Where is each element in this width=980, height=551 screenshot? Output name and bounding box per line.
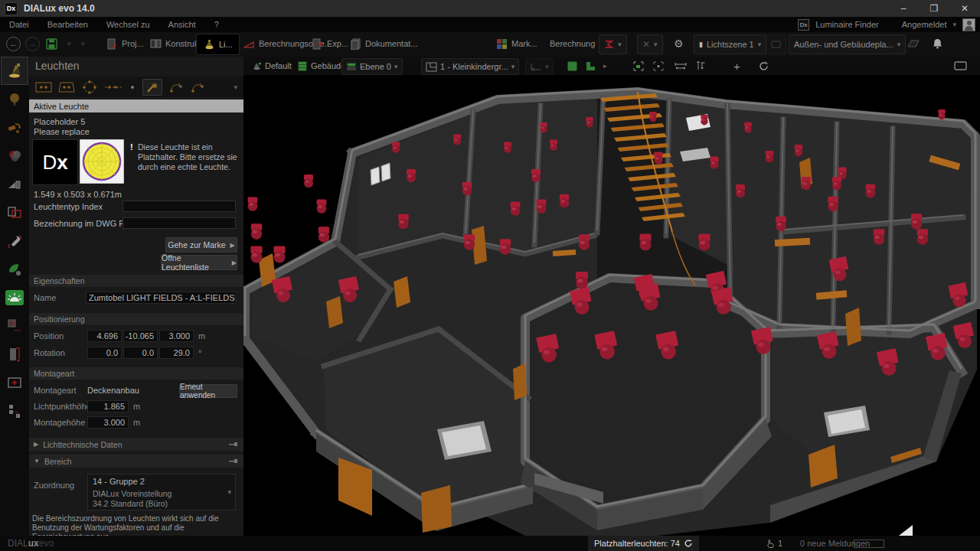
bell-icon [933, 38, 942, 49]
circle-arrangement-icon[interactable] [81, 80, 98, 95]
distribute-v-tool[interactable] [695, 57, 706, 75]
dimension-tool[interactable]: ▾ [525, 58, 554, 75]
menu-bearbeiten[interactable]: Bearbeiten [38, 17, 97, 32]
menu-ansicht[interactable]: Ansicht [159, 17, 205, 32]
tab-export[interactable]: Exp... [312, 32, 348, 55]
calculation-label: Berechnung [550, 32, 595, 55]
auto-arrangement-tool[interactable] [142, 79, 162, 96]
redo-dropdown[interactable]: ▾ [81, 32, 85, 55]
distribute-h-tool[interactable] [674, 57, 688, 75]
market-icon [496, 38, 508, 50]
select-point-tool[interactable] [652, 57, 665, 75]
structure-tool[interactable] [1, 396, 28, 425]
placeholder-hint: Please replace [34, 126, 90, 138]
notifications-button[interactable] [933, 32, 942, 55]
view-frame-tool[interactable] [1, 368, 28, 396]
field-arrangement-icon[interactable] [35, 81, 52, 93]
swap-icon[interactable] [168, 81, 184, 93]
pin-icon[interactable] [229, 442, 237, 447]
move-tool[interactable]: + [733, 57, 740, 75]
position-z-field[interactable]: 3.000 [159, 330, 194, 342]
position-x-field[interactable]: 4.696 [87, 330, 122, 342]
forward-button[interactable]: → [25, 32, 40, 55]
wand-icon [145, 81, 159, 93]
open-luminaire-list-button[interactable]: Öffne Leuchtenliste▶ [161, 255, 237, 270]
room-select[interactable]: 1 - Kleinkindergr... ▾ [421, 58, 519, 75]
default-icon [251, 61, 262, 71]
filter-rotate-icon [6, 119, 23, 136]
filter-tool[interactable] [1, 113, 28, 142]
save-button[interactable] [46, 32, 57, 55]
planning-scope-select[interactable]: Außen- und Gebäudepla... ▾ [789, 34, 906, 54]
light-scene-select[interactable]: ▮ Lichtszene 1 ▾ [694, 34, 766, 54]
menu-help[interactable]: ? [205, 17, 228, 32]
text-tool[interactable]: T [1, 311, 28, 340]
ramp-tool[interactable] [1, 170, 28, 198]
copy-tool[interactable] [1, 198, 28, 227]
tab-dokumentation[interactable]: Dokumentat... [351, 32, 417, 55]
restore-button[interactable]: ❐ [919, 0, 949, 17]
luminaires-tool[interactable] [1, 57, 28, 85]
undo-dropdown[interactable]: ▾ [67, 32, 71, 55]
cancel-calculation-button[interactable]: ✕ ▾ [637, 34, 663, 54]
rotation-y-field[interactable]: 0.0 [123, 347, 158, 359]
swap-all-icon[interactable] [190, 81, 205, 93]
area-assignment-select[interactable]: 14 - Gruppe 2 DIALux Voreinstellung 34.2… [87, 474, 236, 510]
luminaire-finder-link[interactable]: Luminaire Finder [815, 20, 879, 29]
fill-tool[interactable] [567, 57, 578, 75]
minimize-button[interactable]: – [888, 0, 919, 17]
fullscreen-view-button[interactable] [954, 57, 967, 75]
close-button[interactable]: ✕ [949, 0, 980, 17]
rotate-tool[interactable] [758, 57, 769, 75]
pin-icon[interactable] [229, 458, 237, 464]
position-y-field[interactable]: -10.065 [123, 330, 158, 342]
single-luminaire-icon[interactable] [129, 83, 136, 91]
scene-preview-button[interactable] [766, 34, 786, 54]
energy-tool[interactable] [1, 255, 28, 283]
door-tool[interactable] [1, 340, 28, 368]
dwg-name-input[interactable] [122, 217, 236, 229]
expand-tools[interactable]: ▸ [603, 57, 607, 75]
tab-licht[interactable]: Li... [196, 34, 240, 55]
back-button[interactable]: ← [6, 32, 21, 55]
avatar[interactable] [962, 18, 975, 31]
photometric-section-header[interactable]: ▶ Lichttechnische Daten [29, 438, 243, 451]
brand-logo: DIALuxevo [8, 538, 54, 549]
tab-projekt[interactable]: Proj... [107, 32, 144, 55]
cad-viewport[interactable] [243, 75, 980, 536]
goto-brand-button[interactable]: Gehe zur Marke▶ [165, 237, 237, 253]
luminaire-name-field[interactable]: Zumtobel LIGHT FIELDS - A:L-FIELDS A 55W… [86, 292, 236, 304]
menu-wechsel-zu[interactable]: Wechsel zu [97, 17, 159, 32]
viewport-corner-grip[interactable] [899, 525, 913, 536]
colors-tool[interactable] [1, 142, 28, 170]
light-point-height-field[interactable]: 1.865 [87, 400, 129, 412]
surface-view-button[interactable] [905, 32, 920, 55]
settings-button[interactable]: ⚙ [674, 32, 684, 55]
menu-datei[interactable]: Datei [0, 17, 38, 32]
rotation-x-field[interactable]: 0.0 [87, 347, 122, 359]
assignment-label: Zuordnung [34, 479, 74, 491]
lamps-tool[interactable] [1, 85, 28, 113]
default-view-button[interactable]: Default [251, 57, 292, 75]
trapezoid-arrangement-icon[interactable] [58, 81, 75, 93]
mounting-header: Montageart [29, 367, 243, 380]
select-area-tool[interactable] [632, 57, 645, 75]
maintenance-tool[interactable] [1, 227, 28, 255]
line-arrangement-icon[interactable] [104, 83, 122, 91]
level-select[interactable]: Ebene 0 ▾ [341, 58, 403, 75]
rotation-z-field[interactable]: 29.0 [159, 347, 194, 359]
mounting-height-field[interactable]: 3.000 [87, 416, 129, 429]
corner-tool[interactable] [585, 57, 596, 75]
tab-markt[interactable]: Mark... [496, 32, 537, 55]
chevron-down-icon[interactable]: ▾ [234, 83, 237, 91]
rotation-label: Rotation [34, 347, 65, 359]
login-status[interactable]: Angemeldet [902, 20, 947, 29]
reapply-button[interactable]: Erneut anwenden [179, 384, 237, 398]
rotate-icon [758, 60, 769, 72]
green-l-icon [585, 60, 596, 72]
area-section-header[interactable]: ▼ Bereich [29, 455, 243, 468]
placeholder-count[interactable]: Platzhalterleuchten: 74 [588, 536, 699, 551]
calculation-button[interactable]: ▾ [599, 34, 627, 54]
luminaire-type-index-input[interactable] [122, 201, 236, 212]
daylight-tool[interactable] [1, 283, 28, 311]
